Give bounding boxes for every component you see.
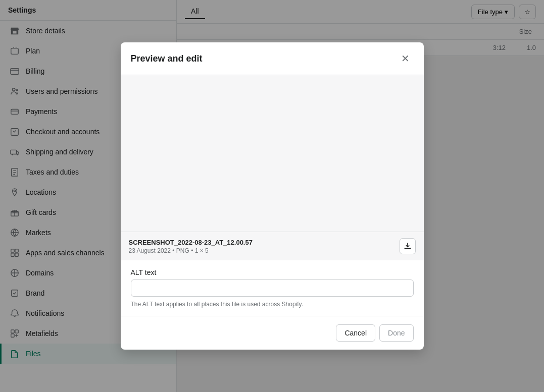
file-meta: 23 August 2022 • PNG • 1 × 5 <box>129 247 253 254</box>
preview-edit-modal: Preview and edit ✕ SCREENSHOT_2022-08-23… <box>121 42 424 350</box>
modal-header: Preview and edit ✕ <box>121 42 424 75</box>
file-separator-2: • <box>191 247 195 254</box>
modal-title: Preview and edit <box>131 53 203 64</box>
file-type: PNG <box>176 247 189 254</box>
alt-text-hint: The ALT text applies to all places this … <box>131 301 414 308</box>
file-date: 23 August 2022 <box>129 247 171 254</box>
alt-text-section: ALT text The ALT text applies to all pla… <box>121 260 424 316</box>
file-separator-1: • <box>172 247 176 254</box>
download-icon <box>404 242 412 251</box>
file-info: SCREENSHOT_2022-08-23_AT_12.00.57 23 Aug… <box>129 239 253 254</box>
modal-footer: Cancel Done <box>121 316 424 350</box>
modal-overlay[interactable]: Preview and edit ✕ SCREENSHOT_2022-08-23… <box>0 0 544 392</box>
image-preview-area <box>121 75 424 232</box>
alt-text-label: ALT text <box>131 268 414 276</box>
download-button[interactable] <box>400 238 416 254</box>
alt-text-input[interactable] <box>131 279 414 297</box>
file-name: SCREENSHOT_2022-08-23_AT_12.00.57 <box>129 239 253 246</box>
close-icon: ✕ <box>401 52 410 65</box>
file-info-bar: SCREENSHOT_2022-08-23_AT_12.00.57 23 Aug… <box>121 232 424 260</box>
file-dimensions: 1 × 5 <box>195 247 209 254</box>
modal-close-button[interactable]: ✕ <box>398 50 414 67</box>
done-button[interactable]: Done <box>379 324 413 342</box>
cancel-button[interactable]: Cancel <box>336 324 375 342</box>
modal-body: SCREENSHOT_2022-08-23_AT_12.00.57 23 Aug… <box>121 75 424 316</box>
